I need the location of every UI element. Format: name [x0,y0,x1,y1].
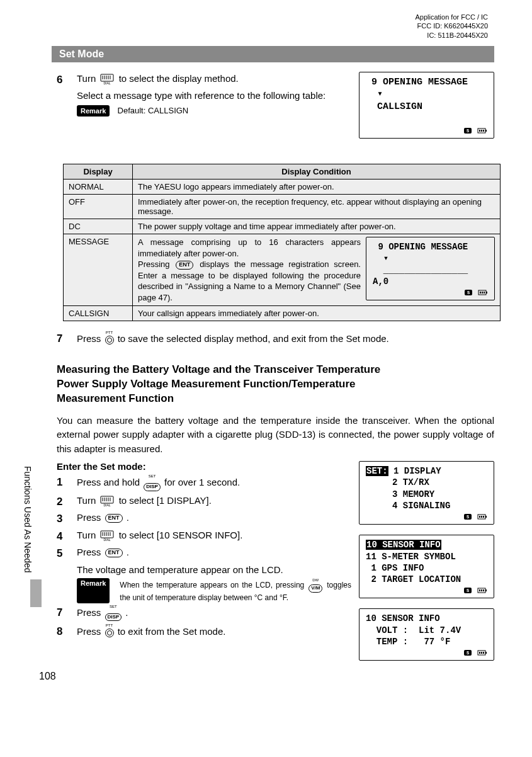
table-row-message: MESSAGE A message comprising up to 16 ch… [64,234,501,306]
step-text: Press PTT to save the selected display m… [77,331,494,349]
header-line3: IC: 511B-20445X20 [57,31,488,40]
ent-icon: ENT [105,549,123,557]
svg-text:S: S [467,128,469,134]
lcd-screen-message: 9 OPENING MESSAGE ▾ ________________ A,0… [366,237,495,300]
disp-set-icon: SET DISP [105,605,122,623]
svg-rect-17 [480,292,481,293]
dial-icon: DIAL [99,530,115,542]
section-heading-2: Measuring the Battery Voltage and the Tr… [57,363,494,406]
svg-rect-33 [483,589,484,591]
svg-rect-26 [483,516,484,518]
remark-tag: Remark [77,105,110,117]
table-header-condition: Display Condition [133,164,501,179]
svg-rect-13 [485,130,487,132]
table-header-display: Display [64,164,133,179]
svg-rect-18 [482,292,483,293]
step6-remark: Remark Default: CALLSIGN [77,103,351,118]
step-2: 2 Turn DIAL to select [1 DISPLAY]. [57,494,351,510]
step-4: 4 Turn DIAL to select [10 SENSOR INFO]. [57,528,351,545]
lcd-footer-icons: S [366,513,487,521]
display-table: Display Display Condition NORMAL The YAE… [63,164,501,321]
ptt-icon: PTT [105,331,114,349]
svg-rect-34 [485,589,487,591]
svg-rect-12 [483,130,484,132]
table-row: DC The power supply voltage and time app… [64,219,501,234]
svg-rect-20 [486,292,487,293]
svg-rect-25 [481,516,482,518]
svg-rect-38 [479,652,480,654]
svg-rect-32 [481,589,482,591]
header-notice: Application for FCC / IC FCC ID: K662044… [57,13,494,40]
remark-tag: Remark [77,578,110,603]
step-7: 7 Press PTT to save the selected display… [57,331,494,349]
lcd-footer-icons: S [373,288,488,297]
lcd-screen-3: 10 SENSOR INFO 11 S-METER SYMBOL 1 GPS I… [359,535,494,598]
step-8: 8 Press PTT to exit from the Set mode. [57,623,351,642]
step-5: 5 Press ENT . [57,545,351,562]
step-text: Turn DIAL to select the display method. [77,72,351,88]
ent-icon: ENT [105,514,123,523]
svg-rect-40 [483,652,484,654]
step-number: 7 [57,331,77,349]
svg-text:S: S [467,515,469,520]
svg-text:DIAL: DIAL [104,538,111,542]
ent-icon: ENT [176,261,193,270]
table-row: NORMAL The YAESU logo appears immediatel… [64,179,501,195]
lcd-footer-icons: S [366,586,487,595]
dial-icon: DIAL [99,74,115,85]
vm-dw-icon: DW V/M [308,578,322,593]
svg-text:S: S [467,588,469,593]
lcd-screen-4: 10 SENSOR INFO VOLT : Lit 7.4V TEMP : 77… [359,608,494,661]
remark-text: Default: CALLSIGN [118,106,189,115]
lcd-footer-icons: S [366,649,487,657]
svg-rect-19 [484,292,485,293]
section-bar: Set Mode [52,46,494,62]
svg-rect-11 [481,130,482,132]
step6-line2: Select a message type with reference to … [77,89,351,103]
step-3: 3 Press ENT . [57,511,351,527]
header-line1: Application for FCC / IC [57,13,488,21]
svg-text:DIAL: DIAL [104,81,111,85]
svg-text:S: S [467,290,470,295]
step-number: 6 [57,72,77,88]
svg-text:DIAL: DIAL [104,503,111,507]
svg-rect-39 [481,652,482,654]
step5-remark: Remark When the temperature appears on t… [77,578,351,603]
page-number: 108 [39,671,56,682]
lcd-footer-icons: S [366,127,487,135]
table-row: CALLSIGN Your callsign appears immediate… [64,306,501,321]
svg-text:S: S [467,651,469,656]
lcd-screen-2: SET: 1 DISPLAY 2 TX/RX 3 MEMORY 4 SIGNAL… [359,461,494,525]
step-1: 1 Press and hold SET DISP for over 1 sec… [57,474,351,492]
svg-rect-24 [479,516,480,518]
lcd-screen-1: 9 OPENING MESSAGE ▾ CALLSIGN S [359,72,494,139]
svg-rect-31 [479,589,480,591]
svg-rect-10 [479,130,480,132]
header-line2: FCC ID: K6620445X20 [57,21,488,30]
dial-icon: DIAL [99,496,115,507]
side-marker [30,579,42,607]
disp-set-icon: SET DISP [144,474,161,492]
step-6: 6 Turn DIAL to select the display method… [57,72,351,88]
table-row: OFF Immediately after power-on, the rece… [64,195,501,219]
side-tab: Functions Used As Needed [23,466,33,573]
step-7b: 7 Press SET DISP . [57,605,351,623]
body-paragraph: You can measure the battery voltage and … [57,414,494,457]
svg-rect-41 [485,652,487,654]
svg-rect-27 [485,516,487,518]
ptt-icon: PTT [105,623,114,642]
